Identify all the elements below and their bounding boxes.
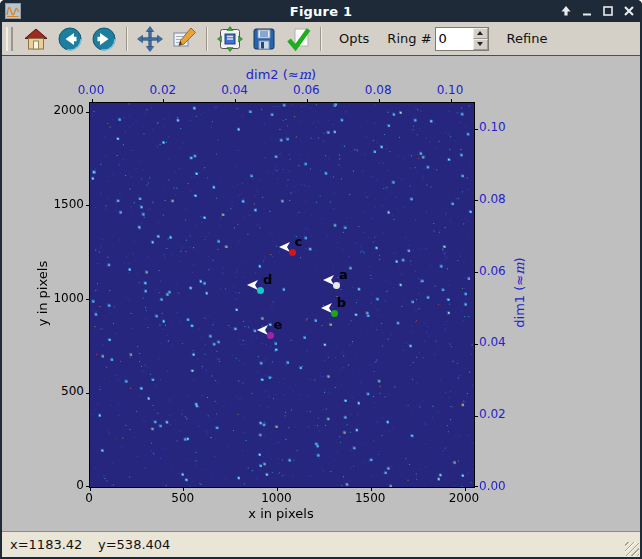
tick-mark [307, 99, 308, 103]
tick-mark [86, 299, 90, 300]
maximize-icon [602, 5, 614, 17]
edit-note-icon [171, 26, 197, 52]
point-dot [331, 310, 338, 317]
tick-mark [86, 205, 90, 206]
close-icon [623, 5, 635, 17]
toolbar-separator [320, 27, 322, 51]
tick-mark [474, 272, 478, 273]
tick-mark [86, 112, 90, 113]
figure-canvas: abcde 050010001500200005001000150020000.… [2, 56, 640, 531]
tick-mark [474, 416, 478, 417]
top-tick-label: 0.04 [210, 83, 260, 97]
point-label: d [263, 272, 272, 287]
y-tick-label: 1500 [34, 197, 84, 211]
top-tick-label: 0.00 [66, 83, 116, 97]
ring-spin-up-button[interactable] [473, 28, 488, 39]
right-axis-label: dim1 (≈m) [512, 238, 527, 348]
toolbar: Opts Ring # Refine [2, 22, 640, 56]
point-label: e [273, 317, 282, 332]
save-button[interactable] [249, 25, 279, 53]
y-tick-label: 500 [34, 384, 84, 398]
top-tick-label: 0.02 [138, 83, 188, 97]
ring-number-spinbox[interactable] [435, 27, 489, 51]
y-tick-label: 0 [34, 478, 84, 492]
cursor-x-readout: x=1183.42 [10, 537, 98, 552]
right-tick-label: 0.08 [479, 192, 519, 206]
tick-mark [474, 200, 478, 201]
ring-number-label: Ring # [387, 31, 431, 46]
shade-button[interactable] [559, 4, 573, 18]
top-tick-label: 0.08 [353, 83, 403, 97]
tick-mark [379, 99, 380, 103]
window-title: Figure 1 [0, 4, 642, 19]
tick-mark [474, 129, 478, 130]
bottom-axis-label: x in pixels [2, 506, 560, 521]
subplots-button[interactable] [215, 25, 245, 53]
right-tick-label: 0.02 [479, 407, 519, 421]
detector-image [90, 103, 474, 487]
x-tick-label: 0 [64, 491, 114, 505]
resize-grip[interactable] [625, 542, 639, 556]
spin-down-icon [477, 42, 483, 46]
tick-mark [86, 393, 90, 394]
accept-button[interactable] [283, 25, 313, 53]
tick-mark [235, 99, 236, 103]
point-dot [257, 287, 264, 294]
cursor-y-readout: y=538.404 [98, 537, 170, 552]
minimize-icon [581, 5, 593, 17]
back-button[interactable] [55, 25, 85, 53]
x-tick-label: 1000 [252, 491, 302, 505]
tick-mark [474, 344, 478, 345]
pan-icon [137, 26, 163, 52]
right-tick-label: 0.00 [479, 479, 519, 493]
x-tick-label: 2000 [439, 491, 489, 505]
spin-up-icon [477, 31, 483, 35]
configure-subplots-icon [217, 26, 243, 52]
minimize-button[interactable] [580, 4, 594, 18]
checkmark-icon [285, 26, 311, 52]
refine-button[interactable]: Refine [501, 30, 554, 47]
forward-button[interactable] [89, 25, 119, 53]
tick-mark [474, 486, 478, 487]
close-button[interactable] [622, 4, 636, 18]
point-label: c [295, 234, 303, 249]
tick-mark [163, 99, 164, 103]
forward-arrow-icon [91, 26, 117, 52]
back-arrow-icon [57, 26, 83, 52]
statusbar: x=1183.42 y=538.404 [2, 531, 640, 557]
tick-mark [86, 486, 90, 487]
plot-area[interactable]: abcde [89, 102, 475, 488]
point-label: b [337, 295, 346, 310]
toolbar-separator [206, 27, 208, 51]
x-tick-label: 1500 [345, 491, 395, 505]
tick-mark [92, 99, 93, 103]
maximize-button[interactable] [601, 4, 615, 18]
edit-button[interactable] [169, 25, 199, 53]
ring-number-input[interactable] [436, 28, 473, 50]
toolbar-grip[interactable] [6, 27, 13, 51]
point-label: a [339, 267, 348, 282]
opts-button[interactable]: Opts [333, 30, 375, 47]
ring-spin-down-button[interactable] [473, 39, 488, 50]
titlebar[interactable]: Figure 1 [0, 0, 642, 22]
tick-mark [451, 99, 452, 103]
top-tick-label: 0.06 [281, 83, 331, 97]
x-tick-label: 500 [158, 491, 208, 505]
top-tick-label: 0.10 [425, 83, 475, 97]
pan-button[interactable] [135, 25, 165, 53]
y-tick-label: 2000 [34, 103, 84, 117]
left-axis-label: y in pixels [35, 239, 50, 349]
home-button[interactable] [21, 25, 51, 53]
save-floppy-icon [251, 26, 277, 52]
top-axis-label: dim2 (≈m) [2, 67, 560, 82]
right-tick-label: 0.10 [479, 120, 519, 134]
shade-icon [560, 5, 572, 17]
toolbar-separator [126, 27, 128, 51]
figure-window: Figure 1 [0, 0, 642, 559]
home-icon [23, 26, 49, 52]
